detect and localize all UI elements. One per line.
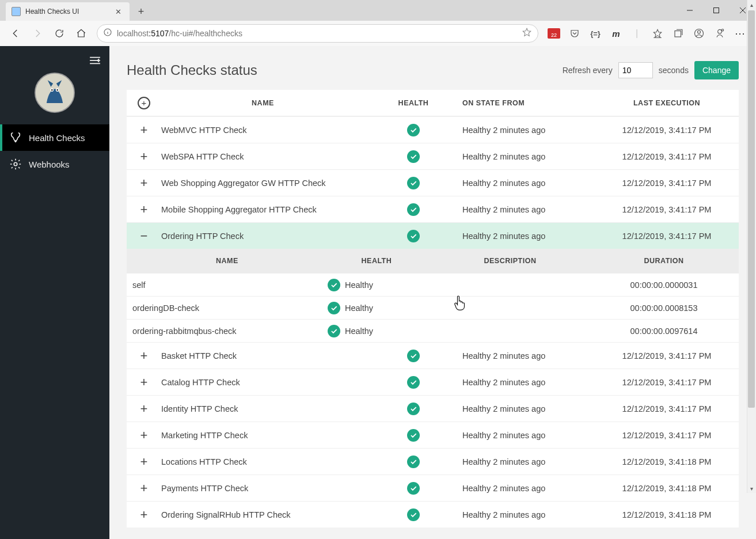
- table-row[interactable]: +Locations HTTP CheckHealthy 2 minutes a…: [127, 448, 739, 475]
- table-row[interactable]: +Mobile Shopping Aggregator HTTP CheckHe…: [127, 196, 739, 222]
- table-row[interactable]: +WebMVC HTTP CheckHealthy 2 minutes ago1…: [127, 116, 739, 143]
- check-icon: [407, 203, 420, 216]
- row-name: Basket HTTP Check: [161, 351, 364, 360]
- table-row[interactable]: +Web Shopping Aggregator GW HTTP CheckHe…: [127, 169, 739, 196]
- scrollbar-thumb[interactable]: [748, 10, 755, 408]
- maximize-button[interactable]: [703, 1, 730, 20]
- col-name-header: NAME: [161, 99, 364, 107]
- check-icon: [407, 230, 420, 242]
- row-health: [364, 150, 462, 163]
- scrollbar[interactable]: ▴ ▾: [747, 0, 756, 493]
- table-row[interactable]: −Ordering HTTP CheckHealthy 2 minutes ag…: [127, 222, 739, 249]
- row-state: Healthy 2 minutes ago: [462, 205, 595, 214]
- close-tab-icon[interactable]: ✕: [115, 7, 121, 16]
- collapse-icon[interactable]: −: [138, 230, 150, 242]
- sidebar: Health ChecksWebhooks: [0, 46, 109, 539]
- address-bar[interactable]: localhost:5107/hc-ui#/healthchecks: [97, 24, 538, 43]
- row-health: [364, 376, 462, 389]
- sidebar-toggle-button[interactable]: [0, 46, 109, 69]
- row-exec: 12/12/2019, 3:41:18 PM: [595, 484, 739, 493]
- row-name: WebSPA HTTP Check: [161, 152, 364, 161]
- page-title: Health Checks status: [127, 62, 563, 78]
- svg-point-11: [718, 29, 722, 33]
- row-name: Identity HTTP Check: [161, 404, 364, 413]
- forward-button[interactable]: [28, 24, 47, 43]
- expand-icon[interactable]: +: [138, 177, 150, 189]
- row-name: Mobile Shopping Aggregator HTTP Check: [161, 205, 364, 214]
- new-tab-button[interactable]: +: [132, 3, 150, 20]
- row-state: Healthy 2 minutes ago: [462, 231, 595, 241]
- row-name: Catalog HTTP Check: [161, 378, 364, 387]
- expand-icon[interactable]: +: [138, 376, 150, 389]
- change-button[interactable]: Change: [694, 61, 739, 79]
- table-row[interactable]: +Marketing HTTP CheckHealthy 2 minutes a…: [127, 422, 739, 448]
- sidebar-item-webhooks[interactable]: Webhooks: [0, 151, 109, 177]
- reload-button[interactable]: [50, 24, 69, 43]
- expand-icon[interactable]: +: [138, 124, 150, 136]
- sub-row-health: Healthy: [322, 325, 431, 337]
- home-button[interactable]: [71, 24, 91, 43]
- check-icon: [328, 279, 340, 291]
- expand-icon[interactable]: +: [138, 482, 150, 495]
- row-health: [364, 508, 462, 521]
- sidebar-item-label: Health Checks: [29, 133, 85, 143]
- col-exec-header: LAST EXECUTION: [595, 99, 739, 107]
- favorite-icon[interactable]: [522, 27, 532, 40]
- collections-icon[interactable]: [668, 24, 688, 43]
- expand-icon[interactable]: +: [138, 350, 150, 362]
- expand-icon[interactable]: +: [138, 403, 150, 415]
- row-health: [364, 429, 462, 442]
- check-icon: [407, 124, 420, 136]
- expand-all-button[interactable]: +: [138, 97, 150, 109]
- expand-icon[interactable]: +: [138, 508, 150, 521]
- table-row[interactable]: +Ordering SignalRHub HTTP CheckHealthy 2…: [127, 501, 739, 527]
- toolbar-separator: |: [627, 24, 647, 43]
- row-exec: 12/12/2019, 3:41:17 PM: [595, 404, 739, 413]
- row-name: Locations HTTP Check: [161, 457, 364, 466]
- info-icon[interactable]: [103, 28, 112, 39]
- tab-title: Health Checks UI: [25, 7, 111, 16]
- braces-extension-icon[interactable]: {=}: [586, 24, 605, 43]
- m-extension-icon[interactable]: m: [606, 24, 626, 43]
- expand-icon[interactable]: +: [138, 203, 150, 216]
- favorites-icon[interactable]: [648, 24, 667, 43]
- back-button[interactable]: [6, 24, 25, 43]
- table-row[interactable]: +Catalog HTTP CheckHealthy 2 minutes ago…: [127, 369, 739, 395]
- check-icon: [407, 508, 420, 521]
- svg-point-19: [51, 89, 52, 90]
- row-exec: 12/12/2019, 3:41:17 PM: [595, 179, 739, 188]
- profile-icon[interactable]: [689, 24, 709, 43]
- expand-icon[interactable]: +: [138, 456, 150, 468]
- row-health: [364, 230, 462, 242]
- calendar-extension-icon[interactable]: 22: [544, 24, 564, 43]
- refresh-interval-input[interactable]: [618, 62, 653, 78]
- sidebar-item-health-checks[interactable]: Health Checks: [0, 124, 109, 151]
- table-row[interactable]: +Identity HTTP CheckHealthy 2 minutes ag…: [127, 395, 739, 422]
- row-state: Healthy 2 minutes ago: [462, 126, 595, 135]
- feedback-icon[interactable]: [710, 24, 730, 43]
- sidebar-icon: [9, 131, 22, 144]
- minimize-button[interactable]: [677, 1, 703, 20]
- browser-tab[interactable]: Health Checks UI ✕: [6, 2, 130, 21]
- check-icon: [407, 376, 420, 389]
- check-icon: [328, 325, 340, 337]
- row-exec: 12/12/2019, 3:41:18 PM: [595, 457, 739, 466]
- expand-icon[interactable]: +: [138, 429, 150, 442]
- scroll-up-icon[interactable]: ▴: [747, 0, 756, 9]
- sub-row-duration: 00:00:00.0008153: [589, 303, 739, 313]
- sub-table-row: ordering-rabbitmqbus-check Healthy00:00:…: [127, 319, 739, 342]
- expand-icon[interactable]: +: [138, 150, 150, 163]
- row-health: [364, 124, 462, 136]
- table-row[interactable]: +Payments HTTP CheckHealthy 2 minutes ag…: [127, 475, 739, 501]
- check-icon: [328, 302, 340, 314]
- row-exec: 12/12/2019, 3:41:17 PM: [595, 431, 739, 440]
- pocket-icon[interactable]: [565, 24, 584, 43]
- row-name: Ordering HTTP Check: [161, 231, 364, 241]
- scroll-down-icon[interactable]: ▾: [747, 484, 756, 493]
- table-row[interactable]: +Basket HTTP CheckHealthy 2 minutes ago1…: [127, 342, 739, 369]
- check-icon: [407, 403, 420, 415]
- row-state: Healthy 2 minutes ago: [462, 484, 595, 493]
- row-exec: 12/12/2019, 3:41:17 PM: [595, 378, 739, 387]
- row-health: [364, 177, 462, 189]
- table-row[interactable]: +WebSPA HTTP CheckHealthy 2 minutes ago1…: [127, 143, 739, 169]
